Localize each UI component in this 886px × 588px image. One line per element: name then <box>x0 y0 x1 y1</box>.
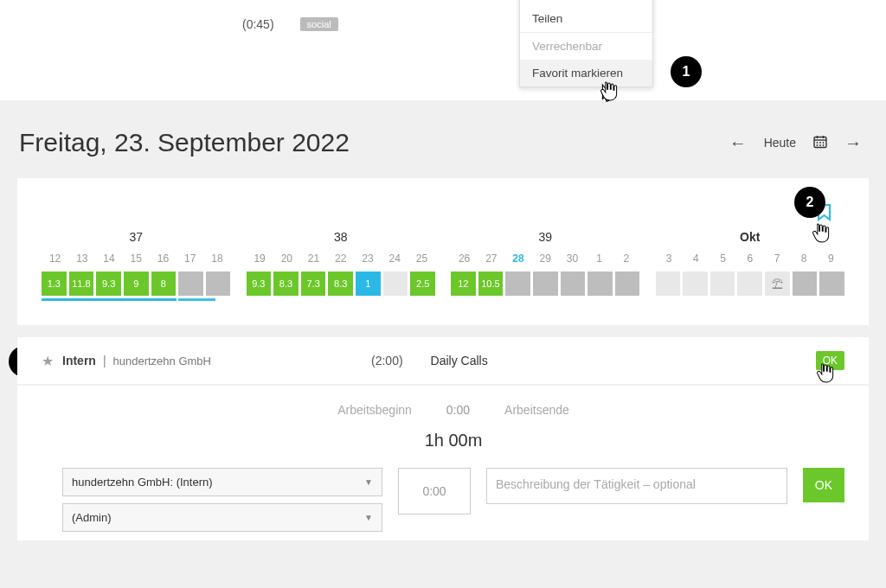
day-cell[interactable] <box>819 272 844 296</box>
duration-display: 1h 00m <box>62 431 844 451</box>
day-number[interactable]: 24 <box>382 252 408 272</box>
chevron-down-icon: ▼ <box>364 513 373 522</box>
day-number[interactable]: 1 <box>586 252 613 272</box>
menu-item-verrechenbar[interactable]: Verrechenbar <box>520 33 652 60</box>
calendar-icon[interactable] <box>813 135 827 151</box>
day-cell[interactable] <box>206 272 231 296</box>
annotation-badge-2: 2 <box>794 187 825 218</box>
work-start-label: Arbeitsbeginn <box>337 403 412 417</box>
day-cell[interactable] <box>793 272 818 296</box>
tag-social: social <box>300 17 338 31</box>
day-cell[interactable]: 9.3 <box>96 272 121 296</box>
svg-point-7 <box>817 144 819 146</box>
star-icon[interactable]: ★ <box>42 353 54 369</box>
day-cell[interactable] <box>561 272 586 296</box>
day-number[interactable]: 20 <box>273 252 300 272</box>
day-cell[interactable]: 2.5 <box>410 272 435 296</box>
day-number[interactable]: 22 <box>327 252 354 272</box>
day-cell[interactable] <box>656 272 681 296</box>
prev-arrow-icon[interactable]: ← <box>729 133 747 153</box>
vacation-icon[interactable]: ⛱ <box>765 272 790 296</box>
svg-point-8 <box>819 144 821 146</box>
day-number[interactable]: 3 <box>656 252 683 272</box>
entry-company: hundertzehn GmbH <box>113 355 211 368</box>
day-number[interactable]: 16 <box>150 252 177 272</box>
next-arrow-icon[interactable]: → <box>844 133 862 153</box>
day-number[interactable]: 7 <box>763 252 790 272</box>
hand-cursor-icon <box>599 80 618 104</box>
day-number[interactable]: 8 <box>791 252 818 272</box>
day-cell[interactable] <box>710 272 735 296</box>
day-cell[interactable] <box>533 272 558 296</box>
day-number[interactable]: 29 <box>532 252 559 272</box>
day-cell[interactable]: 12 <box>451 272 476 296</box>
entry-description: Daily Calls <box>431 354 656 368</box>
day-cell[interactable]: 8.3 <box>328 272 353 296</box>
day-cell[interactable] <box>383 272 408 296</box>
progress-underline <box>42 298 231 301</box>
week-label: 38 <box>247 230 436 244</box>
hand-cursor-icon <box>815 361 834 386</box>
entry-time: (0:45) <box>242 17 274 31</box>
project-select[interactable]: hundertzehn GmbH: (Intern)▼ <box>62 468 382 496</box>
week-label: 39 <box>451 230 640 244</box>
day-number[interactable]: 12 <box>42 252 68 272</box>
day-number[interactable]: 9 <box>818 252 844 272</box>
menu-item-favorit[interactable]: Favorit markieren <box>520 60 652 86</box>
svg-point-5 <box>819 142 821 144</box>
day-number[interactable]: 30 <box>559 252 586 272</box>
time-input[interactable]: 0:00 <box>398 468 471 514</box>
day-number[interactable]: 6 <box>736 252 763 272</box>
day-number[interactable]: 4 <box>683 252 709 272</box>
time-entry-row[interactable]: ★ Intern | hundertzehn GmbH (2:00) Daily… <box>17 337 869 384</box>
day-number[interactable]: 21 <box>300 252 327 272</box>
day-number[interactable]: 17 <box>177 252 203 272</box>
task-select[interactable]: (Admin)▼ <box>62 503 382 532</box>
day-cell[interactable]: 1 <box>356 272 381 296</box>
day-cell[interactable] <box>615 272 640 296</box>
day-cell[interactable] <box>683 272 708 296</box>
calendar-card: 2 37121314151617181.311.89.3983819202122… <box>17 178 869 325</box>
day-number[interactable]: 18 <box>203 252 230 272</box>
day-number[interactable]: 14 <box>95 252 122 272</box>
day-cell[interactable]: 8.3 <box>273 272 299 296</box>
work-end-label: Arbeitsende <box>504 403 569 417</box>
day-cell[interactable] <box>505 272 530 296</box>
day-number[interactable]: 27 <box>478 252 504 272</box>
day-cell[interactable] <box>737 272 762 296</box>
day-cell[interactable]: 11.8 <box>69 272 94 296</box>
day-cell[interactable]: 9.3 <box>247 272 272 296</box>
day-cell[interactable]: 1.3 <box>42 272 67 296</box>
svg-point-4 <box>817 142 819 144</box>
day-cell[interactable]: 7.3 <box>301 272 326 296</box>
annotation-badge-1: 1 <box>671 56 702 87</box>
day-cell[interactable]: 8 <box>151 272 177 296</box>
menu-item-teilen[interactable]: Teilen <box>520 5 652 32</box>
day-number[interactable]: 2 <box>613 252 639 272</box>
description-input[interactable]: Beschreibung der Tätigkeit – optional <box>486 468 787 504</box>
today-button[interactable]: Heute <box>764 136 796 150</box>
day-number[interactable]: 23 <box>354 252 381 272</box>
day-number[interactable]: 19 <box>247 252 273 272</box>
week-label: 37 <box>42 230 231 244</box>
day-number[interactable]: 26 <box>451 252 478 272</box>
ok-button[interactable]: OK <box>803 468 844 502</box>
day-number[interactable]: 28 <box>504 252 531 272</box>
day-cell[interactable] <box>178 272 203 296</box>
day-cell[interactable] <box>587 272 613 296</box>
context-menu: Verschieben Teilen Verrechenbar Favorit … <box>519 0 653 87</box>
day-cell[interactable]: 10.5 <box>478 272 504 296</box>
day-cell[interactable]: 9 <box>124 272 149 296</box>
entry-duration: (2:00) <box>371 354 403 368</box>
work-start-value[interactable]: 0:00 <box>446 403 470 417</box>
day-number[interactable]: 5 <box>709 252 736 272</box>
chevron-down-icon: ▼ <box>364 477 373 487</box>
new-entry-form: Arbeitsbeginn 0:00 Arbeitsende 1h 00m hu… <box>17 386 869 540</box>
day-number[interactable]: 13 <box>68 252 95 272</box>
svg-point-6 <box>823 142 825 144</box>
page-title: Freitag, 23. September 2022 <box>19 128 350 157</box>
hand-cursor-icon <box>811 221 830 246</box>
day-number[interactable]: 25 <box>408 252 435 272</box>
day-number[interactable]: 15 <box>123 252 150 272</box>
svg-point-9 <box>823 144 825 146</box>
